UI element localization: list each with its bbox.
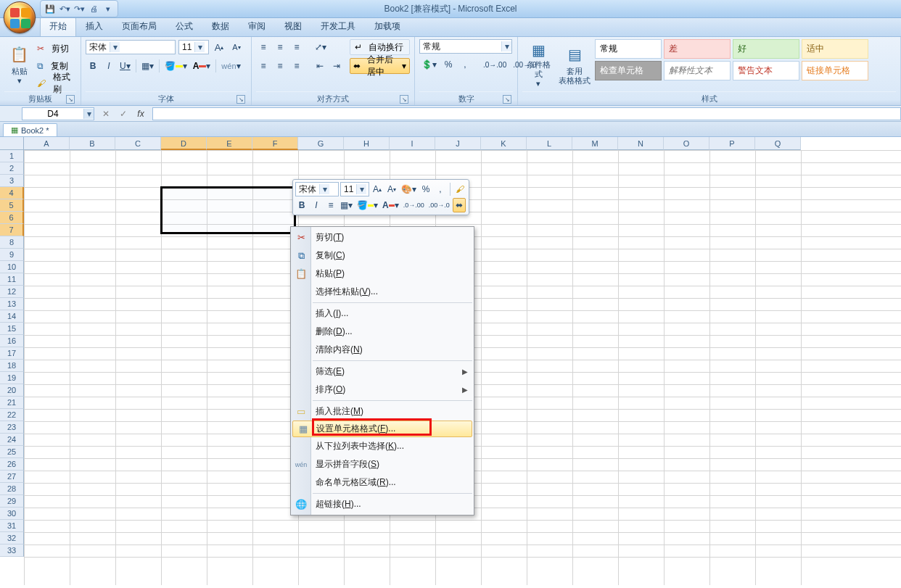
bold-button[interactable]: B xyxy=(86,59,100,73)
font-launcher-icon[interactable]: ↘ xyxy=(236,95,245,104)
align-bottom-button[interactable]: ≡ xyxy=(289,40,304,54)
select-all-button[interactable] xyxy=(0,137,24,150)
font-name-combo[interactable]: 宋体▾ xyxy=(86,40,176,54)
style-cell[interactable]: 好 xyxy=(733,39,799,59)
mini-comma-button[interactable]: , xyxy=(434,182,447,196)
mini-border-button[interactable]: ▦▾ xyxy=(339,198,354,212)
context-menu-item[interactable]: 命名单元格区域(R)... xyxy=(291,473,474,492)
align-top-button[interactable]: ≡ xyxy=(256,40,271,54)
undo-icon[interactable]: ↶▾ xyxy=(58,2,71,15)
number-format-combo[interactable]: 常规▾ xyxy=(419,39,512,54)
context-menu-item[interactable]: ⧉复制(C) xyxy=(291,247,474,265)
align-middle-button[interactable]: ≡ xyxy=(273,40,287,54)
col-header[interactable]: P xyxy=(709,137,755,150)
row-header[interactable]: 24 xyxy=(0,434,24,446)
spreadsheet-grid[interactable]: ABCDEFGHIJKLMNOPQ 1234567891011121314151… xyxy=(0,137,901,587)
mini-font-combo[interactable]: 宋体▾ xyxy=(295,182,339,196)
accounting-format-button[interactable]: 💲▾ xyxy=(419,57,439,72)
style-cell[interactable]: 警告文本 xyxy=(733,61,799,80)
row-header[interactable]: 4 xyxy=(0,187,24,199)
underline-button[interactable]: U▾ xyxy=(118,59,133,73)
col-header[interactable]: K xyxy=(481,137,527,150)
style-cell[interactable]: 检查单元格 xyxy=(595,61,662,80)
row-header[interactable]: 5 xyxy=(0,199,24,212)
row-header[interactable]: 16 xyxy=(0,335,24,347)
style-cell[interactable]: 解释性文本 xyxy=(664,61,731,80)
mini-bold-button[interactable]: B xyxy=(295,198,308,212)
col-header[interactable]: L xyxy=(527,137,572,150)
row-header[interactable]: 29 xyxy=(0,495,24,508)
row-header[interactable]: 25 xyxy=(0,446,24,458)
ribbon-tab-1[interactable]: 插入 xyxy=(76,17,112,36)
col-header[interactable]: Q xyxy=(755,137,801,150)
border-button[interactable]: ▦▾ xyxy=(139,59,156,73)
row-header[interactable]: 17 xyxy=(0,347,24,360)
col-header[interactable]: O xyxy=(664,137,709,150)
mini-painter-button[interactable]: 🖌 xyxy=(453,182,466,196)
font-color-button[interactable]: A▾ xyxy=(191,59,213,73)
fill-color-button[interactable]: 🪣▾ xyxy=(162,59,189,73)
col-header[interactable]: H xyxy=(344,137,390,150)
mini-percent-button[interactable]: % xyxy=(419,182,432,196)
row-header[interactable]: 15 xyxy=(0,323,24,335)
style-cell[interactable]: 常规 xyxy=(595,39,662,59)
row-header[interactable]: 31 xyxy=(0,520,24,532)
row-header[interactable]: 6 xyxy=(0,212,24,224)
cut-button[interactable]: ✂ 剪切 xyxy=(37,41,76,57)
col-header[interactable]: E xyxy=(207,137,252,150)
name-box[interactable]: D4 ▾ xyxy=(22,107,94,120)
col-header[interactable]: C xyxy=(115,137,161,150)
row-header[interactable]: 13 xyxy=(0,298,24,310)
wrap-text-button[interactable]: ↵ 自动换行 xyxy=(350,39,410,55)
context-menu-item[interactable]: wén显示拼音字段(S) xyxy=(291,455,474,473)
row-header[interactable]: 32 xyxy=(0,532,24,544)
context-menu-item[interactable]: 从下拉列表中选择(K)... xyxy=(291,437,474,455)
row-header[interactable]: 1 xyxy=(0,150,24,162)
align-right-button[interactable]: ≡ xyxy=(289,59,304,73)
col-header[interactable]: M xyxy=(572,137,618,150)
orientation-button[interactable]: ⤢▾ xyxy=(313,40,329,54)
print-icon[interactable]: 🖨 xyxy=(87,2,100,15)
paste-button[interactable]: 📋 粘贴▾ xyxy=(4,39,34,90)
ribbon-tab-8[interactable]: 加载项 xyxy=(365,17,410,36)
ribbon-tab-0[interactable]: 开始 xyxy=(40,17,76,36)
col-header[interactable]: A xyxy=(24,137,70,150)
row-header[interactable]: 14 xyxy=(0,310,24,323)
row-header[interactable]: 27 xyxy=(0,471,24,483)
enter-formula-icon[interactable]: ✓ xyxy=(116,107,131,121)
row-header[interactable]: 21 xyxy=(0,397,24,409)
increase-decimal-button[interactable]: .0→.00 xyxy=(481,57,509,72)
align-center-button[interactable]: ≡ xyxy=(273,59,287,73)
style-cell[interactable]: 链接单元格 xyxy=(802,61,868,80)
merge-center-button[interactable]: ⬌ 合并后居中 ▾ xyxy=(350,58,410,74)
increase-indent-button[interactable]: ⇥ xyxy=(329,59,344,73)
mini-inc-decimal-button[interactable]: .0→.00 xyxy=(402,198,426,212)
col-header[interactable]: F xyxy=(252,137,298,150)
grow-font-button[interactable]: A▴ xyxy=(212,40,226,54)
row-header[interactable]: 2 xyxy=(0,162,24,175)
name-box-dropdown-icon[interactable]: ▾ xyxy=(83,109,94,119)
mini-align-center-button[interactable]: ≡ xyxy=(324,198,337,212)
context-menu-item[interactable]: ✂剪切(T) xyxy=(291,228,474,247)
col-header[interactable]: N xyxy=(618,137,664,150)
context-menu-item[interactable]: 选择性粘贴(V)... xyxy=(291,283,474,301)
row-header[interactable]: 8 xyxy=(0,236,24,249)
mini-font-color-button[interactable]: A▾ xyxy=(381,198,400,212)
context-menu-item[interactable]: 筛选(E)▶ xyxy=(291,363,474,381)
style-cell[interactable]: 适中 xyxy=(802,39,868,59)
context-menu-item[interactable]: 排序(O)▶ xyxy=(291,381,474,399)
shrink-font-button[interactable]: A▾ xyxy=(229,40,244,54)
alignment-launcher-icon[interactable]: ↘ xyxy=(400,95,408,104)
comma-button[interactable]: , xyxy=(458,57,472,72)
row-headers[interactable]: 1234567891011121314151617181920212223242… xyxy=(0,150,24,557)
fx-icon[interactable]: fx xyxy=(133,107,148,121)
row-header[interactable]: 33 xyxy=(0,544,24,557)
col-header[interactable]: J xyxy=(435,137,481,150)
font-size-combo[interactable]: 11▾ xyxy=(178,40,209,54)
mini-merge-button[interactable]: ⬌ xyxy=(453,198,466,212)
mini-italic-button[interactable]: I xyxy=(310,198,323,212)
workbook-tab[interactable]: ▦ Book2 * xyxy=(3,123,57,136)
context-menu-item[interactable]: 清除内容(N) xyxy=(291,341,474,359)
mini-grow-font-button[interactable]: A▴ xyxy=(371,182,384,196)
context-menu-item[interactable]: ▦设置单元格格式(F)... xyxy=(292,421,472,437)
